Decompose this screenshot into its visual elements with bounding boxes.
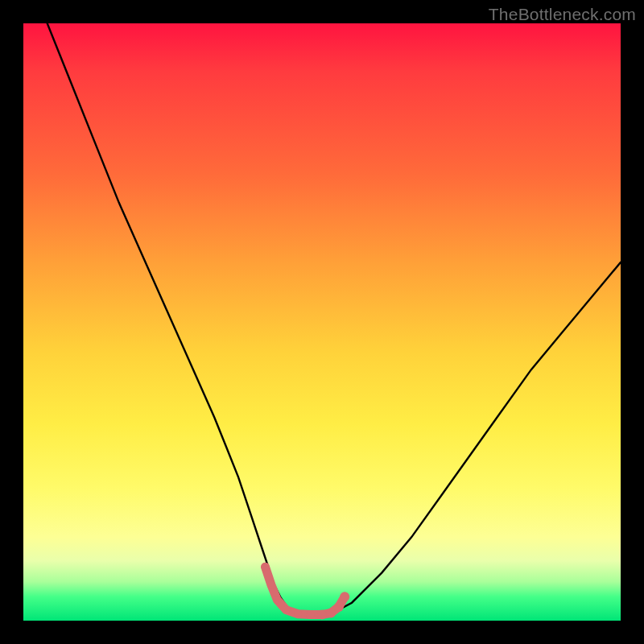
valley-marker-dot <box>262 563 270 571</box>
valley-marker-dot <box>283 606 291 614</box>
valley-marker-stroke <box>266 567 345 614</box>
valley-marker-dot <box>273 596 281 604</box>
valley-marker-dot <box>326 608 336 617</box>
bottleneck-curve-path <box>47 23 621 615</box>
valley-marker-dot <box>294 610 302 618</box>
valley-marker-dot <box>340 592 349 601</box>
valley-markers <box>262 563 350 619</box>
valley-marker-dot <box>334 602 344 612</box>
curve-layer <box>23 23 621 621</box>
watermark-text: TheBottleneck.com <box>489 5 636 24</box>
valley-marker-dot <box>317 610 327 620</box>
valley-marker-dot <box>267 581 275 589</box>
bottleneck-curve <box>47 23 621 615</box>
valley-marker-dot <box>306 611 314 619</box>
plot-area <box>23 23 621 621</box>
chart-frame: TheBottleneck.com <box>0 0 644 644</box>
